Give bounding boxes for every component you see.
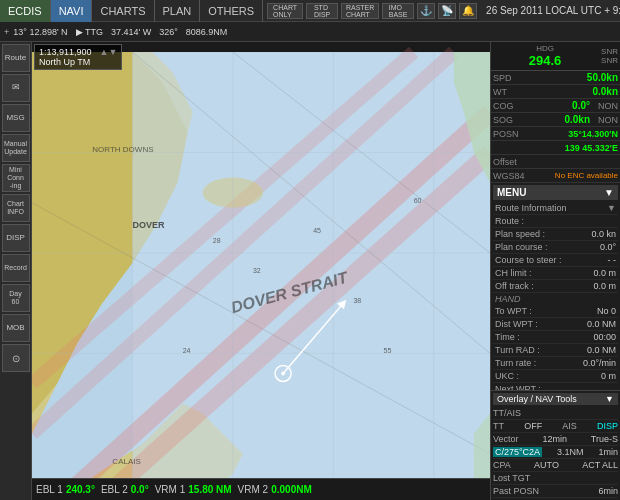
zoom-controls: ▲▼ [100, 47, 118, 57]
mode-value: North Up TM [39, 57, 90, 67]
towpt-val: No 0 [597, 306, 616, 316]
ttg-label: ▶ TTG [76, 27, 103, 37]
posn-label: POSN [493, 129, 528, 139]
chart-area[interactable]: DOVER STRAIT [32, 42, 490, 500]
svg-text:CALAIS: CALAIS [112, 457, 141, 466]
cog-value: 0.0° [528, 100, 590, 111]
ukc-key: UKC : [495, 371, 519, 381]
disp-btn[interactable]: DISP [2, 224, 30, 252]
ebl1-label: EBL 1 [36, 484, 63, 495]
route-info-label: Route Information [495, 203, 567, 213]
svg-text:38: 38 [353, 297, 361, 304]
spd-row: SPD 50.0kn [491, 71, 620, 85]
std-disp-btn[interactable]: STDDISP [306, 3, 338, 19]
offtrack-key: Off track : [495, 281, 534, 291]
top-icons: CHARTONLY STDDISP RASTERCHART IMOBASE ⚓ … [263, 3, 620, 19]
svg-text:45: 45 [313, 227, 321, 234]
tab-plan[interactable]: PLAN [155, 0, 201, 22]
svg-text:24: 24 [183, 347, 191, 354]
svg-text:28: 28 [213, 237, 221, 244]
planspd-val: 0.0 kn [591, 229, 616, 239]
ais-section: Overlay / NAV Tools ▼ TT/AIS TT OFF AIS … [491, 390, 620, 500]
tab-ecdis[interactable]: ECDIS [0, 0, 51, 22]
ebl2-value: 0.0° [131, 484, 149, 495]
raster-chart-btn[interactable]: RASTERCHART [341, 3, 379, 19]
tab-charts[interactable]: CHARTS [92, 0, 154, 22]
menu-towpt: To WPT : No 0 [493, 305, 618, 318]
icon3[interactable]: 🔔 [459, 3, 477, 19]
menu-cts: Course to steer : - - [493, 254, 618, 267]
vrm1-label: VRM 1 [155, 484, 186, 495]
menu-section: MENU ▼ Route Information ▼ Route : Plan … [491, 183, 620, 390]
plancourse-key: Plan course : [495, 242, 548, 252]
svg-text:NORTH DOWNS: NORTH DOWNS [92, 145, 153, 154]
distwpt-key: Dist WPT : [495, 319, 538, 329]
turnrad-val: 0.0 NM [587, 345, 616, 355]
hdg-value: 294.6 [493, 53, 597, 68]
turnrate-val: 0.0°/min [583, 358, 616, 368]
distwpt-val: 0.0 NM [587, 319, 616, 329]
menu-time: Time : 00:00 [493, 331, 618, 344]
route-btn[interactable]: Route [2, 44, 30, 72]
time-val: 00:00 [593, 332, 616, 342]
chlimit-key: CH limit : [495, 268, 532, 278]
wgs84-row: WGS84 No ENC available [491, 169, 620, 183]
mob-btn[interactable]: MOB [2, 314, 30, 342]
cpa-row: CPA AUTO ACT ALL [493, 459, 618, 472]
turnrate-key: Turn rate : [495, 358, 536, 368]
cog-label: COG [493, 101, 528, 111]
svg-text:DOVER: DOVER [132, 220, 165, 230]
wt-row: WT 0.0kn [491, 85, 620, 99]
svg-text:60: 60 [414, 197, 422, 204]
ebl1-value: 240.3° [66, 484, 95, 495]
manual-update-btn[interactable]: ManualUpdate [2, 134, 30, 162]
vrm2-value: 0.000NM [271, 484, 312, 495]
svg-text:32: 32 [253, 267, 261, 274]
vrm1-value: 15.80 NM [188, 484, 231, 495]
pastposn-row: Past POSN 6min [493, 485, 618, 498]
menu-offtrack: Off track : 0.0 m [493, 280, 618, 293]
snr-section: SNR SNR [601, 47, 618, 65]
main-area: Route ✉ MSG ManualUpdate MiniConn-ing Ch… [0, 42, 620, 500]
wt-label: WT [493, 87, 528, 97]
day-btn[interactable]: Day60 [2, 284, 30, 312]
icon2[interactable]: 📡 [438, 3, 456, 19]
tab-navi[interactable]: NAVI [51, 0, 93, 22]
mini-conn-btn[interactable]: MiniConn-ing [2, 164, 30, 192]
tab-others[interactable]: OTHERS [200, 0, 263, 22]
offset-row: Offset [491, 155, 620, 169]
chart-only-btn[interactable]: CHARTONLY [267, 3, 303, 19]
chlimit-val: 0.0 m [593, 268, 616, 278]
target-btn[interactable]: ⊙ [2, 344, 30, 372]
hdg-row: HDG 294.6 SNR SNR [491, 42, 620, 71]
posn-row1: POSN 35°14.300'N [491, 127, 620, 141]
icon1[interactable]: ⚓ [417, 3, 435, 19]
menu-plancourse: Plan course : 0.0° [493, 241, 618, 254]
wgs84-label: WGS84 [493, 171, 528, 181]
menu-planspd: Plan speed : 0.0 kn [493, 228, 618, 241]
menu-nextwpt: Next WPT : [493, 383, 618, 390]
wt-value: 0.0kn [528, 86, 618, 97]
chart-svg: DOVER STRAIT [32, 42, 490, 500]
menu-turnrate: Turn rate : 0.0°/min [493, 357, 618, 370]
cts-key: Course to steer : [495, 255, 562, 265]
cpa-course-row: C/275°C2A 3.1NM 1min [493, 446, 618, 459]
msg-icon-btn[interactable]: ✉ [2, 74, 30, 102]
ebl2-group: EBL 2 0.0° [101, 484, 149, 495]
chart-info-btn[interactable]: ChartINFO [2, 194, 30, 222]
msg-btn[interactable]: MSG [2, 104, 30, 132]
posn-value2: 139 45.332'E [528, 143, 618, 153]
vrm1-group: VRM 1 15.80 NM [155, 484, 232, 495]
hdg-section: HDG 294.6 [493, 44, 597, 68]
imo-base-btn[interactable]: IMOBASE [382, 3, 414, 19]
vrm2-group: VRM 2 0.000NM [238, 484, 312, 495]
record-btn[interactable]: Record [2, 254, 30, 282]
losttgt-row: Lost TGT [493, 472, 618, 485]
snr-label: SNR [601, 47, 618, 56]
cog-suffix: NON [590, 101, 618, 111]
vector-row: Vector 12min True-S [493, 433, 618, 446]
hdg-label: HDG [493, 44, 597, 53]
second-bar: + 13° 12.898' N ▶ TTG 37.414' W 326° 808… [0, 22, 620, 42]
tt-row: TT OFF AIS DISP [493, 420, 618, 433]
lat-coord: 13° 12.898' N [13, 27, 67, 37]
